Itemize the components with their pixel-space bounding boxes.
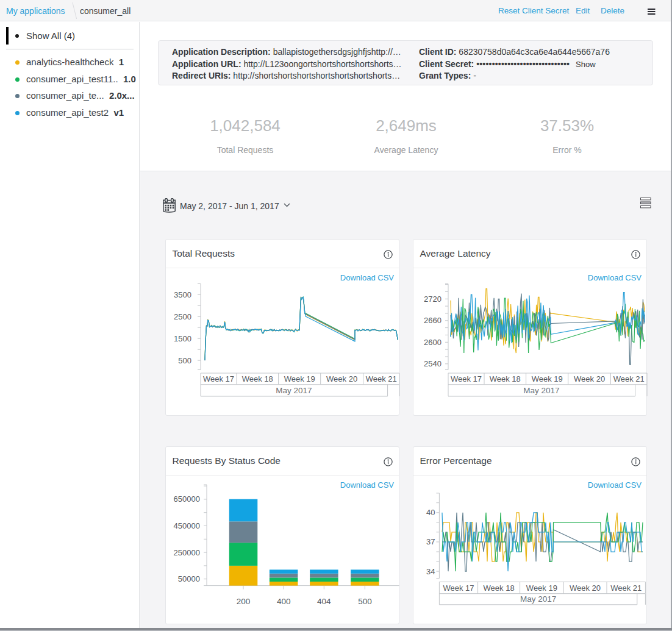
svg-text:Week 19: Week 19 (532, 374, 563, 383)
svg-text:400: 400 (277, 596, 291, 605)
svg-text:2660: 2660 (424, 316, 441, 325)
svg-text:37: 37 (426, 537, 435, 546)
svg-text:Week 18: Week 18 (490, 374, 521, 383)
svg-text:2720: 2720 (424, 294, 441, 303)
svg-text:250000: 250000 (174, 547, 200, 557)
svg-text:Week 19: Week 19 (284, 374, 315, 383)
svg-text:2600: 2600 (424, 337, 441, 346)
svg-text:500: 500 (358, 596, 372, 605)
svg-text:450000: 450000 (174, 521, 200, 530)
svg-text:Week 20: Week 20 (570, 583, 601, 592)
svg-text:May 2017: May 2017 (276, 385, 312, 394)
svg-text:200: 200 (237, 596, 251, 605)
svg-text:Week 18: Week 18 (484, 583, 515, 592)
svg-text:Week 18: Week 18 (242, 374, 273, 383)
svg-text:Week 17: Week 17 (443, 583, 474, 592)
svg-text:3500: 3500 (174, 290, 191, 299)
svg-text:May 2017: May 2017 (520, 594, 556, 604)
svg-text:34: 34 (426, 566, 435, 576)
svg-text:50000: 50000 (178, 574, 200, 583)
svg-text:404: 404 (317, 596, 331, 605)
svg-text:Week 20: Week 20 (574, 374, 605, 383)
svg-text:Week 21: Week 21 (610, 583, 642, 592)
svg-text:May 2017: May 2017 (523, 385, 559, 394)
svg-text:Week 17: Week 17 (451, 374, 482, 383)
svg-text:Week 21: Week 21 (613, 374, 645, 383)
svg-text:2540: 2540 (424, 359, 441, 368)
svg-text:650000: 650000 (174, 494, 200, 504)
svg-text:Week 21: Week 21 (366, 374, 397, 383)
svg-text:Week 17: Week 17 (203, 374, 234, 383)
svg-text:Week 20: Week 20 (326, 374, 357, 383)
svg-text:2500: 2500 (174, 312, 191, 321)
svg-text:40: 40 (426, 508, 435, 517)
svg-text:1500: 1500 (174, 333, 191, 343)
svg-text:500: 500 (178, 355, 191, 365)
svg-text:Week 19: Week 19 (526, 583, 557, 592)
